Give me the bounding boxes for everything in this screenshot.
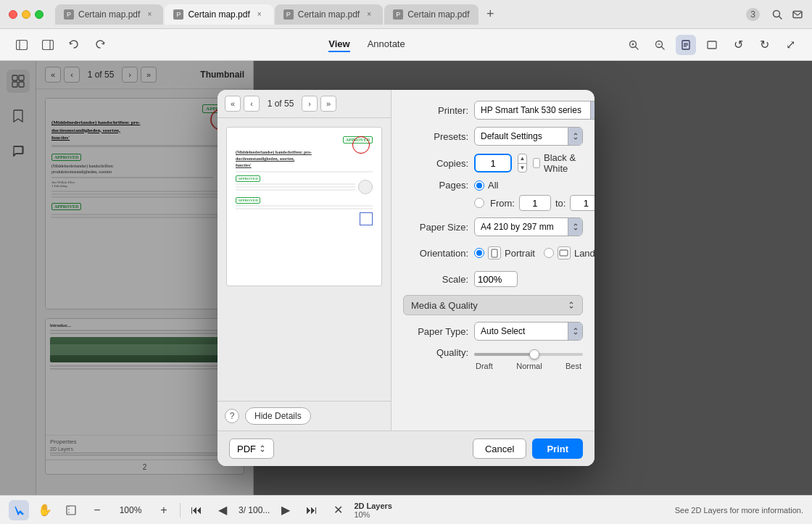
media-quality-section[interactable]: Media & Quality xyxy=(403,295,583,315)
quality-slider-thumb[interactable] xyxy=(529,349,539,359)
landscape-option[interactable]: Landscape xyxy=(544,246,594,259)
pages-all-option[interactable]: All xyxy=(474,180,498,191)
pages-all-radio[interactable] xyxy=(474,180,484,191)
maximize-button[interactable] xyxy=(35,10,44,19)
mail-icon[interactable] xyxy=(792,9,803,20)
print-dialog-overlay: « ‹ 1 of 55 › » APPROVED xyxy=(0,61,812,495)
tab-1[interactable]: P Certain map.pdf × xyxy=(55,4,163,25)
copies-decrement[interactable]: ▼ xyxy=(518,164,526,172)
zoom-out-button[interactable] xyxy=(650,35,670,55)
paper-type-select[interactable]: Auto Select xyxy=(474,322,583,341)
tab-3[interactable]: P Certain map.pdf × xyxy=(275,4,383,25)
paper-size-value: A4 210 by 297 mm xyxy=(481,222,571,232)
next-page-bottom[interactable]: ▶ xyxy=(276,500,296,520)
tab-2[interactable]: P Certain map.pdf × xyxy=(165,4,273,25)
paper-type-arrow xyxy=(568,323,582,340)
hand-tool[interactable]: ✋ xyxy=(35,500,55,520)
print-last-page[interactable]: » xyxy=(320,96,336,112)
toolbar-divider xyxy=(180,503,181,517)
minimize-button[interactable] xyxy=(22,10,30,19)
pages-all-label: All xyxy=(488,180,498,191)
presets-label: Presets: xyxy=(403,131,468,142)
paper-size-select[interactable]: A4 210 by 297 mm xyxy=(474,217,583,236)
pages-range-option[interactable] xyxy=(474,198,484,208)
redo-button[interactable] xyxy=(90,35,110,55)
tab-3-close[interactable]: × xyxy=(364,9,374,20)
fullscreen-button[interactable]: ⤢ xyxy=(780,35,800,55)
tab-4[interactable]: P Certain map.pdf xyxy=(384,4,478,25)
to-input[interactable] xyxy=(570,195,594,211)
copies-stepper[interactable]: ▲ ▼ xyxy=(518,154,527,172)
copies-increment[interactable]: ▲ xyxy=(518,154,526,164)
layers-label: 2D Layers xyxy=(354,502,668,510)
quality-normal-label: Normal xyxy=(516,362,542,370)
zoom-in-button[interactable] xyxy=(624,35,644,55)
prev-page-bottom[interactable]: ◀ xyxy=(212,500,233,520)
hide-details-button[interactable]: Hide Details xyxy=(245,407,311,425)
last-page-bottom[interactable]: ⏭ xyxy=(302,500,322,520)
tab-2-close[interactable]: × xyxy=(254,9,265,20)
pdf-button[interactable]: PDF xyxy=(229,438,274,459)
pages-radio-group: All From: xyxy=(474,180,594,211)
copies-label: Copies: xyxy=(403,158,468,169)
print-dialog-footer: PDF Cancel Print xyxy=(218,431,594,466)
print-prev-page[interactable]: ‹ xyxy=(244,96,260,112)
fit-page-button[interactable] xyxy=(676,35,696,55)
print-next-page[interactable]: › xyxy=(302,96,318,112)
undo-button[interactable] xyxy=(64,35,84,55)
help-button[interactable]: ? xyxy=(225,409,239,423)
print-first-page[interactable]: « xyxy=(225,96,241,112)
zoom-level: 100% xyxy=(113,505,148,515)
close-button[interactable] xyxy=(9,10,17,19)
tab-2-label: Certain map.pdf xyxy=(188,9,249,20)
annotate-tab[interactable]: Annotate xyxy=(368,38,405,51)
from-input[interactable] xyxy=(519,195,551,211)
scale-row: Scale: xyxy=(403,269,583,289)
tab-favicon: P xyxy=(64,9,74,20)
tab-3-label: Certain map.pdf xyxy=(298,9,360,20)
first-page-bottom[interactable]: ⏮ xyxy=(186,500,207,520)
print-preview-thumb: APPROVED (Middelnederlandse) handschrift… xyxy=(226,127,382,286)
quality-labels: Draft Normal Best xyxy=(474,362,583,370)
landscape-radio[interactable] xyxy=(544,248,554,258)
rotate-left-button[interactable]: ↺ xyxy=(728,35,748,55)
quality-slider-fill xyxy=(474,353,534,356)
svg-line-10 xyxy=(636,46,639,49)
svg-rect-18 xyxy=(708,41,716,49)
view-tab[interactable]: View xyxy=(328,38,349,51)
bw-checkbox-label[interactable]: Black & White xyxy=(533,152,583,174)
zoom-out-bottom[interactable]: − xyxy=(87,500,107,520)
toolbar-right: ↺ ↻ ⤢ xyxy=(624,35,800,55)
printer-select[interactable]: HP Smart Tank 530 series xyxy=(474,101,594,120)
sidebar-toggle[interactable] xyxy=(12,35,32,55)
cancel-button[interactable]: Cancel xyxy=(473,438,526,459)
select-tool[interactable] xyxy=(61,500,81,520)
paper-type-label: Paper Type: xyxy=(403,326,468,337)
scale-input[interactable] xyxy=(474,271,518,287)
tab-1-close[interactable]: × xyxy=(144,9,154,20)
rotate-right-button[interactable]: ↻ xyxy=(754,35,774,55)
fit-width-button[interactable] xyxy=(702,35,722,55)
copies-input[interactable] xyxy=(474,154,512,172)
bw-checkbox[interactable] xyxy=(533,158,540,168)
toolbar-left xyxy=(12,35,110,55)
cursor-tool[interactable] xyxy=(9,500,29,520)
bw-label: Black & White xyxy=(544,152,583,174)
presets-select[interactable]: Default Settings xyxy=(474,127,583,146)
portrait-radio[interactable] xyxy=(474,248,484,258)
title-bar: P Certain map.pdf × P Certain map.pdf × … xyxy=(0,0,812,29)
print-button[interactable]: Print xyxy=(532,438,583,459)
paper-size-arrow xyxy=(568,218,582,236)
zoom-in-bottom[interactable]: + xyxy=(154,500,174,520)
copies-row: Copies: ▲ ▼ Black & White xyxy=(403,152,583,174)
print-preview-nav: « ‹ 1 of 55 › » xyxy=(218,90,391,118)
portrait-label: Portrait xyxy=(505,248,535,259)
new-tab-button[interactable]: + xyxy=(480,4,500,25)
tab-4-label: Certain map.pdf xyxy=(407,9,469,20)
close-bottom[interactable]: ✕ xyxy=(328,500,348,520)
svg-rect-24 xyxy=(560,250,568,256)
search-icon[interactable] xyxy=(771,9,783,20)
portrait-option[interactable]: Portrait xyxy=(474,246,535,259)
panel-toggle[interactable] xyxy=(38,35,58,55)
pages-range-radio[interactable] xyxy=(474,198,484,208)
